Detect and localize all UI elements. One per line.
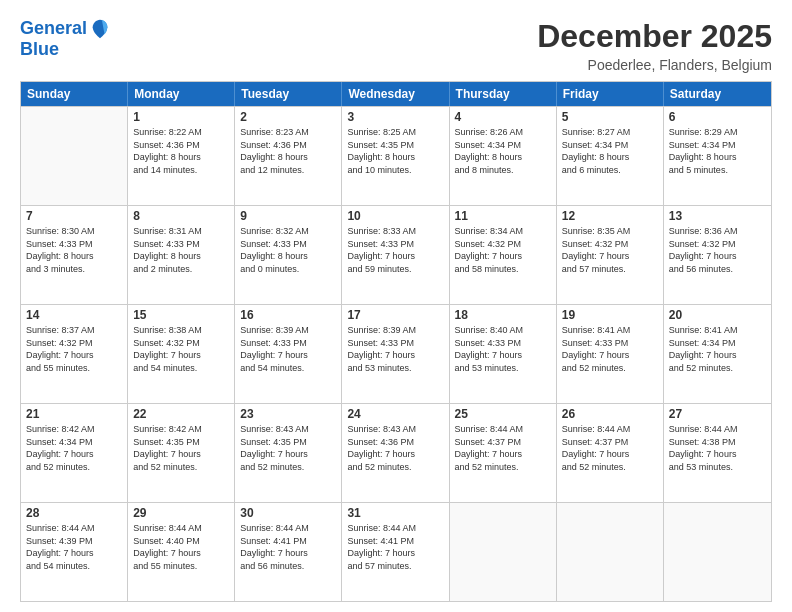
- day-info: Sunrise: 8:41 AM Sunset: 4:33 PM Dayligh…: [562, 324, 658, 374]
- day-number: 10: [347, 209, 443, 223]
- day-number: 17: [347, 308, 443, 322]
- day-number: 21: [26, 407, 122, 421]
- calendar-cell: 27Sunrise: 8:44 AM Sunset: 4:38 PM Dayli…: [664, 404, 771, 502]
- day-info: Sunrise: 8:39 AM Sunset: 4:33 PM Dayligh…: [240, 324, 336, 374]
- day-info: Sunrise: 8:34 AM Sunset: 4:32 PM Dayligh…: [455, 225, 551, 275]
- day-info: Sunrise: 8:39 AM Sunset: 4:33 PM Dayligh…: [347, 324, 443, 374]
- day-number: 30: [240, 506, 336, 520]
- calendar-body: 1Sunrise: 8:22 AM Sunset: 4:36 PM Daylig…: [21, 106, 771, 601]
- header-day-sunday: Sunday: [21, 82, 128, 106]
- logo: General Blue: [20, 18, 111, 60]
- calendar-cell: 20Sunrise: 8:41 AM Sunset: 4:34 PM Dayli…: [664, 305, 771, 403]
- calendar-cell: 26Sunrise: 8:44 AM Sunset: 4:37 PM Dayli…: [557, 404, 664, 502]
- header: General Blue December 2025 Poederlee, Fl…: [20, 18, 772, 73]
- day-number: 15: [133, 308, 229, 322]
- calendar-cell: [664, 503, 771, 601]
- calendar-row-3: 21Sunrise: 8:42 AM Sunset: 4:34 PM Dayli…: [21, 403, 771, 502]
- day-number: 6: [669, 110, 766, 124]
- calendar-row-0: 1Sunrise: 8:22 AM Sunset: 4:36 PM Daylig…: [21, 106, 771, 205]
- day-number: 4: [455, 110, 551, 124]
- calendar-cell: 23Sunrise: 8:43 AM Sunset: 4:35 PM Dayli…: [235, 404, 342, 502]
- header-day-saturday: Saturday: [664, 82, 771, 106]
- logo-text: General: [20, 19, 87, 39]
- day-number: 7: [26, 209, 122, 223]
- calendar-cell: 13Sunrise: 8:36 AM Sunset: 4:32 PM Dayli…: [664, 206, 771, 304]
- day-number: 28: [26, 506, 122, 520]
- day-info: Sunrise: 8:27 AM Sunset: 4:34 PM Dayligh…: [562, 126, 658, 176]
- calendar-cell: 7Sunrise: 8:30 AM Sunset: 4:33 PM Daylig…: [21, 206, 128, 304]
- day-number: 18: [455, 308, 551, 322]
- month-title: December 2025: [537, 18, 772, 55]
- calendar-cell: 15Sunrise: 8:38 AM Sunset: 4:32 PM Dayli…: [128, 305, 235, 403]
- subtitle: Poederlee, Flanders, Belgium: [537, 57, 772, 73]
- day-info: Sunrise: 8:44 AM Sunset: 4:37 PM Dayligh…: [562, 423, 658, 473]
- calendar-cell: 25Sunrise: 8:44 AM Sunset: 4:37 PM Dayli…: [450, 404, 557, 502]
- calendar-cell: 11Sunrise: 8:34 AM Sunset: 4:32 PM Dayli…: [450, 206, 557, 304]
- logo-text2: Blue: [20, 39, 59, 59]
- day-info: Sunrise: 8:25 AM Sunset: 4:35 PM Dayligh…: [347, 126, 443, 176]
- calendar-cell: 2Sunrise: 8:23 AM Sunset: 4:36 PM Daylig…: [235, 107, 342, 205]
- day-info: Sunrise: 8:30 AM Sunset: 4:33 PM Dayligh…: [26, 225, 122, 275]
- calendar-cell: 24Sunrise: 8:43 AM Sunset: 4:36 PM Dayli…: [342, 404, 449, 502]
- title-block: December 2025 Poederlee, Flanders, Belgi…: [537, 18, 772, 73]
- calendar-cell: 17Sunrise: 8:39 AM Sunset: 4:33 PM Dayli…: [342, 305, 449, 403]
- day-info: Sunrise: 8:26 AM Sunset: 4:34 PM Dayligh…: [455, 126, 551, 176]
- day-number: 9: [240, 209, 336, 223]
- day-info: Sunrise: 8:36 AM Sunset: 4:32 PM Dayligh…: [669, 225, 766, 275]
- calendar-cell: 28Sunrise: 8:44 AM Sunset: 4:39 PM Dayli…: [21, 503, 128, 601]
- calendar-cell: 9Sunrise: 8:32 AM Sunset: 4:33 PM Daylig…: [235, 206, 342, 304]
- day-number: 22: [133, 407, 229, 421]
- day-number: 31: [347, 506, 443, 520]
- day-info: Sunrise: 8:37 AM Sunset: 4:32 PM Dayligh…: [26, 324, 122, 374]
- day-number: 29: [133, 506, 229, 520]
- day-number: 2: [240, 110, 336, 124]
- logo-icon: [89, 18, 111, 40]
- calendar-cell: 8Sunrise: 8:31 AM Sunset: 4:33 PM Daylig…: [128, 206, 235, 304]
- day-info: Sunrise: 8:38 AM Sunset: 4:32 PM Dayligh…: [133, 324, 229, 374]
- day-number: 14: [26, 308, 122, 322]
- day-info: Sunrise: 8:44 AM Sunset: 4:38 PM Dayligh…: [669, 423, 766, 473]
- day-info: Sunrise: 8:41 AM Sunset: 4:34 PM Dayligh…: [669, 324, 766, 374]
- day-number: 3: [347, 110, 443, 124]
- day-info: Sunrise: 8:22 AM Sunset: 4:36 PM Dayligh…: [133, 126, 229, 176]
- calendar-cell: 16Sunrise: 8:39 AM Sunset: 4:33 PM Dayli…: [235, 305, 342, 403]
- header-day-tuesday: Tuesday: [235, 82, 342, 106]
- header-day-thursday: Thursday: [450, 82, 557, 106]
- calendar-cell: 22Sunrise: 8:42 AM Sunset: 4:35 PM Dayli…: [128, 404, 235, 502]
- calendar-cell: [450, 503, 557, 601]
- calendar-cell: 12Sunrise: 8:35 AM Sunset: 4:32 PM Dayli…: [557, 206, 664, 304]
- day-number: 26: [562, 407, 658, 421]
- day-number: 27: [669, 407, 766, 421]
- day-number: 1: [133, 110, 229, 124]
- page: General Blue December 2025 Poederlee, Fl…: [0, 0, 792, 612]
- calendar-cell: 18Sunrise: 8:40 AM Sunset: 4:33 PM Dayli…: [450, 305, 557, 403]
- day-info: Sunrise: 8:31 AM Sunset: 4:33 PM Dayligh…: [133, 225, 229, 275]
- day-info: Sunrise: 8:32 AM Sunset: 4:33 PM Dayligh…: [240, 225, 336, 275]
- day-info: Sunrise: 8:44 AM Sunset: 4:40 PM Dayligh…: [133, 522, 229, 572]
- calendar-cell: [557, 503, 664, 601]
- calendar-cell: 6Sunrise: 8:29 AM Sunset: 4:34 PM Daylig…: [664, 107, 771, 205]
- calendar-cell: 21Sunrise: 8:42 AM Sunset: 4:34 PM Dayli…: [21, 404, 128, 502]
- day-number: 24: [347, 407, 443, 421]
- day-info: Sunrise: 8:33 AM Sunset: 4:33 PM Dayligh…: [347, 225, 443, 275]
- day-number: 8: [133, 209, 229, 223]
- header-day-friday: Friday: [557, 82, 664, 106]
- header-day-monday: Monday: [128, 82, 235, 106]
- day-info: Sunrise: 8:35 AM Sunset: 4:32 PM Dayligh…: [562, 225, 658, 275]
- calendar-cell: 30Sunrise: 8:44 AM Sunset: 4:41 PM Dayli…: [235, 503, 342, 601]
- day-info: Sunrise: 8:44 AM Sunset: 4:39 PM Dayligh…: [26, 522, 122, 572]
- day-info: Sunrise: 8:44 AM Sunset: 4:41 PM Dayligh…: [240, 522, 336, 572]
- day-info: Sunrise: 8:29 AM Sunset: 4:34 PM Dayligh…: [669, 126, 766, 176]
- day-info: Sunrise: 8:40 AM Sunset: 4:33 PM Dayligh…: [455, 324, 551, 374]
- calendar-cell: 1Sunrise: 8:22 AM Sunset: 4:36 PM Daylig…: [128, 107, 235, 205]
- day-info: Sunrise: 8:42 AM Sunset: 4:35 PM Dayligh…: [133, 423, 229, 473]
- calendar-row-4: 28Sunrise: 8:44 AM Sunset: 4:39 PM Dayli…: [21, 502, 771, 601]
- day-number: 23: [240, 407, 336, 421]
- calendar-row-2: 14Sunrise: 8:37 AM Sunset: 4:32 PM Dayli…: [21, 304, 771, 403]
- day-info: Sunrise: 8:43 AM Sunset: 4:36 PM Dayligh…: [347, 423, 443, 473]
- calendar-cell: 5Sunrise: 8:27 AM Sunset: 4:34 PM Daylig…: [557, 107, 664, 205]
- day-number: 13: [669, 209, 766, 223]
- day-number: 16: [240, 308, 336, 322]
- day-info: Sunrise: 8:44 AM Sunset: 4:37 PM Dayligh…: [455, 423, 551, 473]
- day-number: 12: [562, 209, 658, 223]
